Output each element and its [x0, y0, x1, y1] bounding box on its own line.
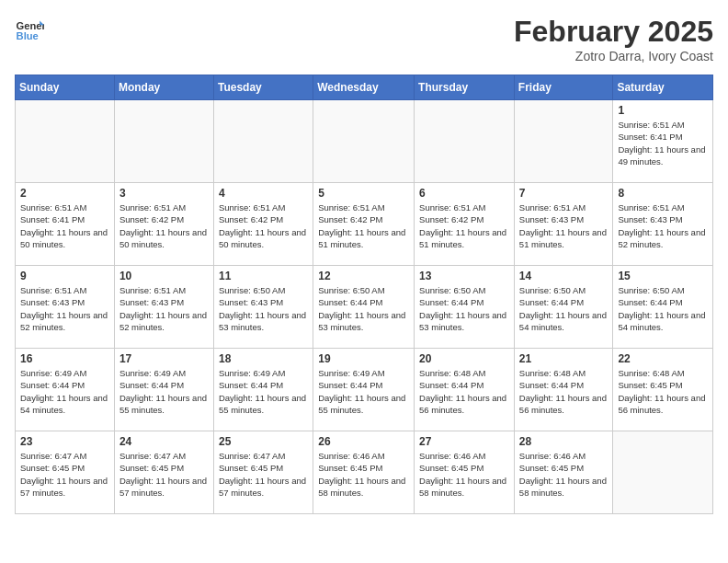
day-info: Sunrise: 6:48 AM Sunset: 6:44 PM Dayligh… — [519, 367, 609, 416]
day-number: 16 — [20, 352, 109, 365]
calendar-day-cell: 23Sunrise: 6:47 AM Sunset: 6:45 PM Dayli… — [16, 431, 115, 514]
day-number: 15 — [618, 270, 708, 282]
calendar-week-row: 23Sunrise: 6:47 AM Sunset: 6:45 PM Dayli… — [16, 431, 713, 514]
day-info: Sunrise: 6:47 AM Sunset: 6:45 PM Dayligh… — [219, 450, 308, 499]
day-info: Sunrise: 6:49 AM Sunset: 6:44 PM Dayligh… — [20, 367, 109, 416]
day-number: 20 — [419, 352, 509, 365]
calendar-day-cell — [613, 431, 713, 514]
calendar-day-cell: 11Sunrise: 6:50 AM Sunset: 6:43 PM Dayli… — [213, 266, 313, 349]
day-number: 26 — [318, 435, 409, 448]
location-subtitle: Zotro Darra, Ivory Coast — [514, 49, 713, 63]
day-number: 18 — [219, 352, 308, 365]
calendar-day-cell: 5Sunrise: 6:51 AM Sunset: 6:42 PM Daylig… — [313, 183, 415, 266]
day-number: 17 — [119, 352, 209, 365]
calendar-day-cell: 13Sunrise: 6:50 AM Sunset: 6:44 PM Dayli… — [415, 266, 515, 349]
day-number: 1 — [618, 104, 708, 117]
calendar-day-cell — [415, 100, 515, 183]
day-number: 14 — [519, 270, 609, 282]
day-number: 3 — [119, 187, 209, 200]
day-info: Sunrise: 6:50 AM Sunset: 6:44 PM Dayligh… — [618, 284, 708, 333]
day-info: Sunrise: 6:50 AM Sunset: 6:43 PM Dayligh… — [219, 284, 308, 333]
calendar-day-cell: 1Sunrise: 6:51 AM Sunset: 6:41 PM Daylig… — [613, 100, 713, 183]
day-number: 10 — [119, 270, 209, 282]
day-info: Sunrise: 6:46 AM Sunset: 6:45 PM Dayligh… — [519, 450, 609, 499]
calendar-day-cell — [213, 100, 313, 183]
calendar-day-cell: 10Sunrise: 6:51 AM Sunset: 6:43 PM Dayli… — [114, 266, 213, 349]
calendar-day-cell: 12Sunrise: 6:50 AM Sunset: 6:44 PM Dayli… — [313, 266, 415, 349]
calendar-day-cell — [313, 100, 415, 183]
day-info: Sunrise: 6:49 AM Sunset: 6:44 PM Dayligh… — [219, 367, 308, 416]
calendar-day-cell: 9Sunrise: 6:51 AM Sunset: 6:43 PM Daylig… — [16, 266, 115, 349]
calendar-day-cell: 7Sunrise: 6:51 AM Sunset: 6:43 PM Daylig… — [514, 183, 613, 266]
calendar-table: SundayMondayTuesdayWednesdayThursdayFrid… — [15, 75, 713, 514]
day-number: 12 — [318, 270, 409, 282]
calendar-day-cell — [514, 100, 613, 183]
day-number: 2 — [20, 187, 109, 200]
logo: General Blue — [15, 15, 44, 44]
day-info: Sunrise: 6:47 AM Sunset: 6:45 PM Dayligh… — [20, 450, 109, 499]
calendar-week-row: 16Sunrise: 6:49 AM Sunset: 6:44 PM Dayli… — [16, 349, 713, 431]
calendar-day-cell: 28Sunrise: 6:46 AM Sunset: 6:45 PM Dayli… — [514, 431, 613, 514]
calendar-day-cell — [114, 100, 213, 183]
logo-icon: General Blue — [15, 15, 44, 44]
calendar-day-cell: 4Sunrise: 6:51 AM Sunset: 6:42 PM Daylig… — [213, 183, 313, 266]
month-title: February 2025 — [514, 15, 713, 49]
calendar-week-row: 1Sunrise: 6:51 AM Sunset: 6:41 PM Daylig… — [16, 100, 713, 183]
day-number: 28 — [519, 435, 609, 448]
day-number: 23 — [20, 435, 109, 448]
day-info: Sunrise: 6:50 AM Sunset: 6:44 PM Dayligh… — [519, 284, 609, 333]
day-info: Sunrise: 6:50 AM Sunset: 6:44 PM Dayligh… — [419, 284, 509, 333]
day-number: 22 — [618, 352, 708, 365]
calendar-day-cell: 21Sunrise: 6:48 AM Sunset: 6:44 PM Dayli… — [514, 349, 613, 431]
calendar-day-cell: 8Sunrise: 6:51 AM Sunset: 6:43 PM Daylig… — [613, 183, 713, 266]
day-info: Sunrise: 6:50 AM Sunset: 6:44 PM Dayligh… — [318, 284, 409, 333]
day-info: Sunrise: 6:51 AM Sunset: 6:41 PM Dayligh… — [20, 201, 109, 250]
day-number: 25 — [219, 435, 308, 448]
calendar-day-cell: 24Sunrise: 6:47 AM Sunset: 6:45 PM Dayli… — [114, 431, 213, 514]
day-of-week-header: Saturday — [613, 75, 713, 100]
day-number: 13 — [419, 270, 509, 282]
calendar-day-cell: 27Sunrise: 6:46 AM Sunset: 6:45 PM Dayli… — [415, 431, 515, 514]
day-info: Sunrise: 6:51 AM Sunset: 6:43 PM Dayligh… — [20, 284, 109, 333]
day-info: Sunrise: 6:51 AM Sunset: 6:43 PM Dayligh… — [519, 201, 609, 250]
day-info: Sunrise: 6:47 AM Sunset: 6:45 PM Dayligh… — [119, 450, 209, 499]
day-of-week-header: Sunday — [16, 75, 115, 100]
day-info: Sunrise: 6:49 AM Sunset: 6:44 PM Dayligh… — [318, 367, 409, 416]
day-info: Sunrise: 6:51 AM Sunset: 6:41 PM Dayligh… — [618, 119, 708, 167]
day-info: Sunrise: 6:51 AM Sunset: 6:42 PM Dayligh… — [318, 201, 409, 250]
svg-text:Blue: Blue — [17, 30, 39, 41]
day-of-week-header: Thursday — [415, 75, 515, 100]
day-info: Sunrise: 6:51 AM Sunset: 6:42 PM Dayligh… — [219, 201, 308, 250]
day-number: 4 — [219, 187, 308, 200]
calendar-day-cell: 18Sunrise: 6:49 AM Sunset: 6:44 PM Dayli… — [213, 349, 313, 431]
calendar-day-cell: 16Sunrise: 6:49 AM Sunset: 6:44 PM Dayli… — [16, 349, 115, 431]
calendar-day-cell: 17Sunrise: 6:49 AM Sunset: 6:44 PM Dayli… — [114, 349, 213, 431]
day-number: 24 — [119, 435, 209, 448]
day-info: Sunrise: 6:51 AM Sunset: 6:42 PM Dayligh… — [419, 201, 509, 250]
day-number: 6 — [419, 187, 509, 200]
calendar-day-cell: 6Sunrise: 6:51 AM Sunset: 6:42 PM Daylig… — [415, 183, 515, 266]
day-number: 11 — [219, 270, 308, 282]
calendar-header-row: SundayMondayTuesdayWednesdayThursdayFrid… — [16, 75, 713, 100]
day-of-week-header: Friday — [514, 75, 613, 100]
day-info: Sunrise: 6:46 AM Sunset: 6:45 PM Dayligh… — [318, 450, 409, 499]
calendar-day-cell: 22Sunrise: 6:48 AM Sunset: 6:45 PM Dayli… — [613, 349, 713, 431]
calendar-week-row: 9Sunrise: 6:51 AM Sunset: 6:43 PM Daylig… — [16, 266, 713, 349]
day-number: 27 — [419, 435, 509, 448]
day-number: 5 — [318, 187, 409, 200]
page-header: General Blue February 2025 Zotro Darra, … — [15, 15, 713, 63]
day-info: Sunrise: 6:51 AM Sunset: 6:42 PM Dayligh… — [119, 201, 209, 250]
day-of-week-header: Monday — [114, 75, 213, 100]
day-of-week-header: Wednesday — [313, 75, 415, 100]
calendar-day-cell: 25Sunrise: 6:47 AM Sunset: 6:45 PM Dayli… — [213, 431, 313, 514]
day-number: 8 — [618, 187, 708, 200]
day-info: Sunrise: 6:51 AM Sunset: 6:43 PM Dayligh… — [618, 201, 708, 250]
calendar-day-cell: 20Sunrise: 6:48 AM Sunset: 6:44 PM Dayli… — [415, 349, 515, 431]
day-number: 9 — [20, 270, 109, 282]
day-number: 19 — [318, 352, 409, 365]
calendar-day-cell: 3Sunrise: 6:51 AM Sunset: 6:42 PM Daylig… — [114, 183, 213, 266]
day-info: Sunrise: 6:49 AM Sunset: 6:44 PM Dayligh… — [119, 367, 209, 416]
day-of-week-header: Tuesday — [213, 75, 313, 100]
calendar-day-cell: 15Sunrise: 6:50 AM Sunset: 6:44 PM Dayli… — [613, 266, 713, 349]
day-info: Sunrise: 6:51 AM Sunset: 6:43 PM Dayligh… — [119, 284, 209, 333]
